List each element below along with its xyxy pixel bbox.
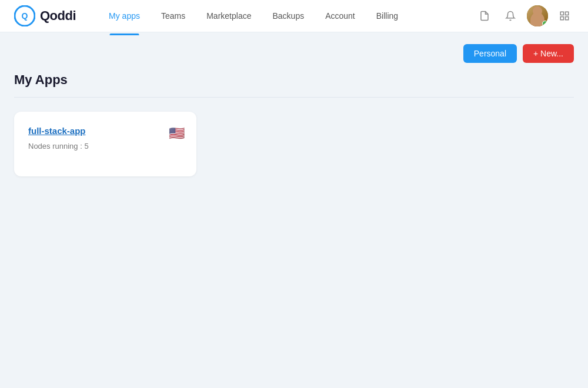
new-button[interactable]: + New... bbox=[523, 44, 574, 63]
divider bbox=[14, 97, 574, 98]
notification-icon bbox=[505, 11, 516, 21]
svg-rect-2 bbox=[560, 12, 563, 15]
header-right bbox=[475, 5, 574, 26]
avatar-online-badge bbox=[542, 21, 548, 26]
nav-item-my-apps[interactable]: My apps bbox=[99, 6, 149, 25]
svg-rect-3 bbox=[566, 12, 569, 15]
document-icon bbox=[479, 11, 490, 21]
header: Q Qoddi My apps Teams Marketplace Backup… bbox=[0, 0, 588, 32]
logo-area[interactable]: Q Qoddi bbox=[14, 5, 76, 26]
nav-item-account[interactable]: Account bbox=[316, 6, 365, 25]
app-nodes: Nodes running : 5 bbox=[28, 142, 182, 150]
nav-item-marketplace[interactable]: Marketplace bbox=[197, 6, 260, 25]
svg-text:Q: Q bbox=[22, 11, 28, 21]
logo-text: Qoddi bbox=[40, 8, 76, 24]
app-card[interactable]: full-stack-app Nodes running : 5 🇺🇸 bbox=[14, 112, 196, 176]
logo-icon: Q bbox=[14, 5, 35, 26]
apps-grid-icon bbox=[559, 11, 570, 21]
apps-grid: full-stack-app Nodes running : 5 🇺🇸 bbox=[14, 112, 574, 176]
nav-item-billing[interactable]: Billing bbox=[367, 6, 407, 25]
nav-item-teams[interactable]: Teams bbox=[152, 6, 195, 25]
top-bar: Personal + New... bbox=[14, 44, 574, 63]
main-nav: My apps Teams Marketplace Backups Accoun… bbox=[99, 6, 475, 25]
app-name[interactable]: full-stack-app bbox=[28, 126, 182, 136]
svg-rect-5 bbox=[566, 17, 569, 20]
apps-grid-icon-btn[interactable] bbox=[555, 6, 574, 25]
document-icon-btn[interactable] bbox=[475, 6, 494, 25]
personal-button[interactable]: Personal bbox=[463, 44, 517, 63]
main-content: Personal + New... My Apps full-stack-app… bbox=[0, 32, 588, 188]
notification-icon-btn[interactable] bbox=[501, 6, 520, 25]
app-flag: 🇺🇸 bbox=[169, 126, 185, 141]
page-title: My Apps bbox=[14, 72, 574, 88]
nav-item-backups[interactable]: Backups bbox=[263, 6, 313, 25]
svg-rect-4 bbox=[560, 17, 563, 20]
user-avatar[interactable] bbox=[527, 5, 548, 26]
